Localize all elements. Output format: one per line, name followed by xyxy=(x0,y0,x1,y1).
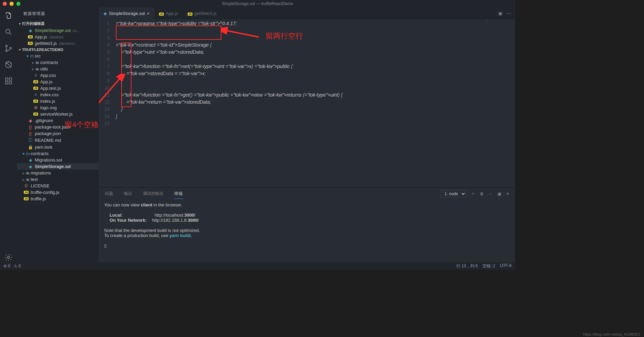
new-terminal-icon[interactable]: ＋ xyxy=(471,191,475,197)
tab-actions: ▣ ⋯ xyxy=(498,7,515,19)
tree-item[interactable]: ▸ 🖿test xyxy=(17,176,99,183)
svg-line-11 xyxy=(99,77,121,115)
extensions-icon[interactable] xyxy=(4,76,13,86)
file-icon: JS xyxy=(33,80,39,83)
open-editors-header[interactable]: ▾打开的编辑器 xyxy=(17,20,99,27)
code-editor[interactable]: 123456789101112131415 ="tok-kw">pragma =… xyxy=(99,19,515,187)
editor-tab[interactable]: JSgetWeb3.js xyxy=(183,7,221,19)
file-icon: JS xyxy=(188,11,192,16)
svg-point-1 xyxy=(6,45,7,47)
svg-line-10 xyxy=(225,30,259,37)
file-icon: JS xyxy=(33,113,39,116)
project-header[interactable]: ▾TRUFFLEREACTDEMO xyxy=(17,47,99,53)
split-editor-icon[interactable]: ▣ xyxy=(498,11,502,16)
file-icon: ◆ xyxy=(104,11,107,16)
file-icon: JS xyxy=(27,42,33,45)
terminal-output[interactable]: You can now view client in the browser. … xyxy=(99,200,515,262)
file-icon: 🔒 xyxy=(27,145,33,150)
tree-item[interactable]: #App.css xyxy=(17,72,99,79)
svg-point-0 xyxy=(6,29,10,33)
file-icon: ◆ xyxy=(27,164,33,169)
titlebar: SimpleStorage.sol — truffleReactDemo xyxy=(0,0,515,7)
panel-tab[interactable]: 终端 xyxy=(174,189,183,199)
svg-point-2 xyxy=(6,50,7,52)
tree-item[interactable]: JSApp.js xyxy=(17,79,99,85)
settings-icon[interactable] xyxy=(4,253,13,262)
panel-up-icon[interactable]: ︿ xyxy=(489,191,493,197)
open-editor-item[interactable]: JSgetWeb3.jsclient/src/... xyxy=(17,40,99,47)
file-icon: JS xyxy=(27,35,33,38)
explorer-icon[interactable] xyxy=(4,11,13,20)
file-icon: ▸ 🖿 xyxy=(23,171,29,175)
status-line-col[interactable]: 行 13，列 5 xyxy=(456,263,478,269)
status-encoding[interactable]: UTF-8 xyxy=(500,263,512,269)
terminal-selector[interactable]: 1: node xyxy=(441,190,466,198)
search-icon[interactable] xyxy=(4,27,13,37)
tree-item[interactable]: ◆Migrations.sol xyxy=(17,157,99,163)
tree-item[interactable]: ▸ 🖿migrations xyxy=(17,170,99,176)
file-icon: JS xyxy=(23,197,29,200)
tree-item[interactable]: ⓘREADME.md xyxy=(17,137,99,144)
tree-item[interactable]: #index.css xyxy=(17,91,99,98)
tree-item[interactable]: ▾ 🗁contracts xyxy=(17,150,99,157)
terminal-panel: 问题输出调试控制台终端 1: node ＋ 🗑 ︿ ▣ ✕ You can no… xyxy=(99,187,515,262)
file-icon: ⚙ xyxy=(33,105,39,110)
tree-item[interactable]: {}package.json xyxy=(17,130,99,137)
panel-tab[interactable]: 问题 xyxy=(104,189,114,199)
svg-point-3 xyxy=(10,48,12,49)
file-icon: # xyxy=(33,73,39,78)
maximize-window-button[interactable] xyxy=(16,2,20,6)
editor-tabs: ◆SimpleStorage.sol ×JSApp.jsJSgetWeb3.js… xyxy=(99,7,515,19)
status-errors[interactable]: ⊘ 0 xyxy=(3,264,10,268)
open-editor-item[interactable]: JSApp.jsclient/src xyxy=(17,34,99,40)
tree-item[interactable]: JStruffle-config.js xyxy=(17,189,99,196)
annotation-blank-lines-text: 留两行空行 xyxy=(266,31,303,41)
tree-item[interactable]: JStruffle.js xyxy=(17,196,99,202)
editor-area: ◆SimpleStorage.sol ×JSApp.jsJSgetWeb3.js… xyxy=(99,7,515,262)
tree-item[interactable]: JSindex.js xyxy=(17,98,99,104)
close-window-button[interactable] xyxy=(3,2,7,6)
file-icon: ▸ 🖿 xyxy=(33,60,39,65)
tree-item[interactable]: ◆SimpleStorage.sol xyxy=(17,163,99,170)
file-icon: {} xyxy=(27,125,33,130)
editor-tab[interactable]: ◆SimpleStorage.sol × xyxy=(99,7,154,19)
panel-tab[interactable]: 输出 xyxy=(123,189,133,199)
arrow-icon xyxy=(221,23,262,40)
file-icon: ⓘ xyxy=(27,137,33,143)
tree-item[interactable]: ⚙logo.svg xyxy=(17,104,99,111)
debug-icon[interactable] xyxy=(4,60,13,69)
tree-item[interactable]: ▾ 🗁src xyxy=(17,53,99,59)
tree-item[interactable]: ▸ 🖿contracts xyxy=(17,59,99,66)
svg-rect-7 xyxy=(9,82,12,84)
panel-tab[interactable]: 调试控制台 xyxy=(142,189,164,199)
panel-maximize-icon[interactable]: ▣ xyxy=(498,191,501,196)
tree-item[interactable]: JSserviceWorker.js xyxy=(17,111,99,117)
status-warnings[interactable]: ⚠ 0 xyxy=(14,264,21,268)
tree-item[interactable]: 🔒yarn.lock xyxy=(17,144,99,150)
open-editor-item[interactable]: ◆SimpleStorage.solco... xyxy=(17,27,99,34)
file-icon: {} xyxy=(27,131,33,136)
source-control-icon[interactable] xyxy=(4,44,13,53)
code-content[interactable]: ="tok-kw">pragma ="tok-type">solidity ="… xyxy=(116,19,343,187)
file-icon: # xyxy=(33,92,39,97)
file-icon: © xyxy=(23,184,29,188)
tree-item[interactable]: JSApp.test.js xyxy=(17,85,99,91)
file-icon: ▸ 🖿 xyxy=(23,177,29,182)
panel-close-icon[interactable]: ✕ xyxy=(506,191,509,196)
status-spaces[interactable]: 空格: 2 xyxy=(483,263,495,269)
file-icon: ◆ xyxy=(27,28,33,33)
file-icon: ◆ xyxy=(27,118,33,123)
minimap[interactable]: ▬▬▬▬▬▬▬▬▬▬▬▬▬▬▬▬▬▬ xyxy=(486,19,510,47)
more-actions-icon[interactable]: ⋯ xyxy=(506,11,511,16)
file-icon: ▸ 🖿 xyxy=(33,67,39,71)
sidebar-title: 资源管理器 xyxy=(17,7,99,20)
editor-tab[interactable]: JSApp.js xyxy=(154,7,183,19)
svg-rect-8 xyxy=(9,78,12,80)
file-icon: ▾ 🗁 xyxy=(27,54,33,58)
kill-terminal-icon[interactable]: 🗑 xyxy=(480,191,484,196)
tree-item[interactable]: ©LICENSE xyxy=(17,183,99,189)
tree-item[interactable]: ▸ 🖿utils xyxy=(17,66,99,72)
minimize-window-button[interactable] xyxy=(10,2,14,6)
svg-rect-6 xyxy=(5,82,8,84)
close-tab-icon[interactable]: × xyxy=(147,11,150,16)
